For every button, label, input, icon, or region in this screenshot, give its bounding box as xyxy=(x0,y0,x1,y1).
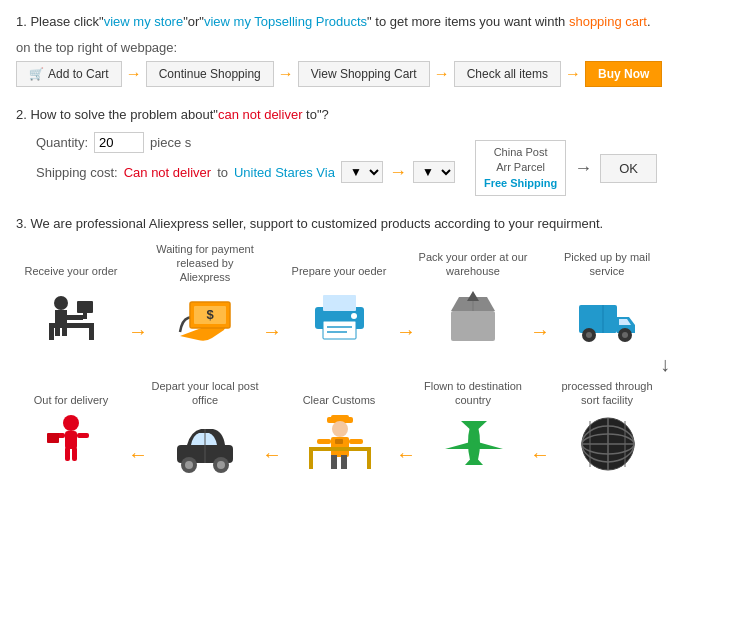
shipping-row: Shipping cost: Can not deliver to United… xyxy=(36,161,455,183)
process-row-1: Receive your order xyxy=(16,242,734,351)
view-my-store-link[interactable]: view my store xyxy=(104,14,183,29)
step-label-flight: Flown to destination country xyxy=(418,378,528,408)
process-step-flight: Flown to destination country xyxy=(418,378,528,474)
svg-rect-31 xyxy=(72,447,77,461)
svg-rect-2 xyxy=(89,328,94,340)
shipping-to-text: to xyxy=(217,165,228,180)
step-icon-sort xyxy=(572,414,642,474)
shipping-detail: China Post Arr Parcel Free Shipping → OK xyxy=(475,140,657,196)
shipping-select-2[interactable]: ▼ xyxy=(413,161,455,183)
step-label-payment: Waiting for payment released by Aliexpre… xyxy=(150,242,260,285)
svg-rect-8 xyxy=(77,301,93,313)
down-arrow: ↓ xyxy=(660,353,670,375)
step-label-pickup: Picked up by mail service xyxy=(552,248,662,278)
left-form: Quantity: piece s Shipping cost: Can not… xyxy=(36,132,455,183)
step-label-sort: processed through sort facility xyxy=(552,378,662,408)
process-row-2: Out for delivery ← De xyxy=(16,378,734,474)
arrow-icon-4: → xyxy=(565,65,581,83)
check-all-items-button[interactable]: Check all items xyxy=(454,61,561,87)
shopping-cart-link[interactable]: shopping cart xyxy=(569,14,647,29)
svg-point-44 xyxy=(332,421,348,437)
step-icon-flight xyxy=(438,414,508,474)
step-icon-delivery xyxy=(36,414,106,474)
process-step-depart: Depart your local post office xyxy=(150,378,260,474)
section-1: 1. Please click"view my store"or"view my… xyxy=(16,12,734,87)
step-label-pack: Pack your order at our warehouse xyxy=(418,248,528,278)
shipping-select[interactable]: ▼ xyxy=(341,161,383,183)
process-step-payment: Waiting for payment released by Aliexpre… xyxy=(150,242,260,351)
svg-marker-21 xyxy=(467,291,479,301)
svg-rect-34 xyxy=(47,433,59,443)
arrow-icon-3: → xyxy=(434,65,450,83)
process-step-prepare: Prepare your oeder xyxy=(284,248,394,344)
svg-rect-43 xyxy=(331,415,349,421)
process-step-pack: Pack your order at our warehouse xyxy=(418,248,528,344)
step-icon-pickup xyxy=(572,284,642,344)
svg-rect-6 xyxy=(62,324,67,336)
svg-rect-22 xyxy=(579,305,617,333)
process-step-receive: Receive your order xyxy=(16,248,126,344)
step-label-customs: Clear Customs xyxy=(303,378,376,408)
process-step-customs: Clear Customs xyxy=(284,378,394,474)
svg-rect-47 xyxy=(331,455,337,469)
toolbar-row: 🛒 Add to Cart → Continue Shopping → View… xyxy=(16,61,734,87)
svg-point-18 xyxy=(351,313,357,319)
svg-rect-30 xyxy=(65,447,70,461)
buy-now-button[interactable]: Buy Now xyxy=(585,61,662,87)
step-icon-depart xyxy=(170,414,240,474)
china-post-line1: China Post xyxy=(484,145,557,160)
step-icon-pack xyxy=(438,284,508,344)
svg-rect-46 xyxy=(335,439,343,444)
step-arrow-left-1: ← xyxy=(128,443,148,466)
svg-point-28 xyxy=(63,415,79,431)
arrow-icon-6: → xyxy=(574,158,592,179)
svg-point-37 xyxy=(185,461,193,469)
step-arrow-left-2: ← xyxy=(262,443,282,466)
quantity-label: Quantity: xyxy=(36,135,88,150)
step-arrow-2: → xyxy=(262,320,282,343)
section-2: 2. How to solve the problem about"can no… xyxy=(16,105,734,197)
process-step-pickup: Picked up by mail service xyxy=(552,248,662,344)
step-label-receive: Receive your order xyxy=(25,248,118,278)
arrow-icon-2: → xyxy=(278,65,294,83)
svg-rect-19 xyxy=(451,311,495,341)
step-icon-prepare xyxy=(304,284,374,344)
continue-shopping-button[interactable]: Continue Shopping xyxy=(146,61,274,87)
step-label-delivery: Out for delivery xyxy=(34,378,109,408)
svg-rect-7 xyxy=(65,315,83,320)
svg-text:$: $ xyxy=(206,307,214,322)
section3-title: 3. We are professional Aliexpress seller… xyxy=(16,214,734,234)
section1-title: 1. Please click"view my store"or"view my… xyxy=(16,12,734,32)
shipping-destination-link[interactable]: United Stares Via xyxy=(234,165,335,180)
cannot-deliver-label: Can not deliver xyxy=(124,165,211,180)
svg-rect-52 xyxy=(367,449,371,469)
piece-label: piece s xyxy=(150,135,191,150)
svg-rect-5 xyxy=(55,324,60,336)
svg-rect-14 xyxy=(323,295,356,311)
svg-rect-50 xyxy=(349,439,363,444)
process-step-sort: processed through sort facility xyxy=(552,378,662,474)
svg-rect-53 xyxy=(309,447,371,451)
section2-title: 2. How to solve the problem about"can no… xyxy=(16,105,734,125)
quantity-input[interactable] xyxy=(94,132,144,153)
shipping-label: Shipping cost: xyxy=(36,165,118,180)
svg-rect-29 xyxy=(65,431,77,449)
step-label-prepare: Prepare your oeder xyxy=(292,248,387,278)
svg-rect-9 xyxy=(83,313,87,319)
add-to-cart-button[interactable]: 🛒 Add to Cart xyxy=(16,61,122,87)
ok-button[interactable]: OK xyxy=(600,154,657,183)
section-3: 3. We are professional Aliexpress seller… xyxy=(16,214,734,473)
view-topselling-link[interactable]: view my Topselling Products xyxy=(204,14,367,29)
svg-rect-15 xyxy=(323,321,356,339)
free-shipping-text: Free Shipping xyxy=(484,176,557,191)
svg-rect-51 xyxy=(309,449,313,469)
step-arrow-4: → xyxy=(530,320,550,343)
step-icon-payment: $ xyxy=(170,291,240,351)
view-shopping-cart-button[interactable]: View Shopping Cart xyxy=(298,61,430,87)
svg-rect-33 xyxy=(77,433,89,438)
arrow-icon-1: → xyxy=(126,65,142,83)
step-icon-customs xyxy=(304,414,374,474)
top-right-label: on the top right of webpage: xyxy=(16,40,734,55)
section2-content: Quantity: piece s Shipping cost: Can not… xyxy=(16,132,734,196)
step-icon-receive xyxy=(36,284,106,344)
